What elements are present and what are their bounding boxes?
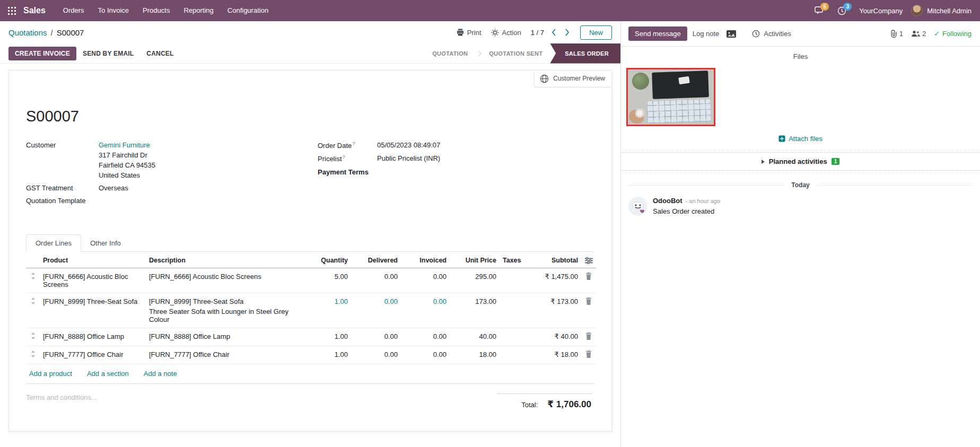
table-row[interactable]: [FURN_7777] Office Chair [FURN_7777] Off… — [26, 346, 596, 364]
line-product[interactable]: [FURN_8888] Office Lamp — [40, 328, 146, 346]
create-invoice-button[interactable]: CREATE INVOICE — [8, 47, 76, 60]
drag-handle-icon[interactable] — [31, 350, 36, 357]
line-quantity[interactable]: 1.00 — [303, 328, 351, 346]
customer-preview-button[interactable]: Customer Preview — [534, 71, 611, 87]
image-icon[interactable] — [727, 30, 736, 38]
line-description[interactable]: [FURN_7777] Office Chair — [146, 346, 303, 364]
action-menu-button[interactable]: Action — [491, 29, 521, 37]
quotation-template-input[interactable] — [99, 197, 183, 205]
table-row[interactable]: [FURN_8888] Office Lamp [FURN_8888] Offi… — [26, 328, 596, 346]
breadcrumb-quotations-link[interactable]: Quotations — [8, 28, 47, 37]
column-unit-price[interactable]: Unit Price — [450, 252, 500, 268]
drag-handle-icon[interactable] — [31, 297, 36, 304]
attachment-thumbnail[interactable] — [626, 68, 715, 126]
pager-previous-button[interactable] — [550, 28, 557, 37]
line-product[interactable]: [FURN_7777] Office Chair — [40, 346, 146, 364]
log-note-button[interactable]: Log note — [687, 27, 725, 41]
line-quantity[interactable]: 1.00 — [303, 293, 351, 328]
apps-menu-button[interactable] — [0, 0, 23, 21]
column-quantity[interactable]: Quantity — [303, 252, 351, 268]
send-message-button[interactable]: Send message — [628, 27, 687, 41]
customer-field: Customer Gemini Furniture 317 Fairchild … — [26, 141, 310, 179]
line-invoiced[interactable]: 0.00 — [401, 346, 450, 364]
add-note-link[interactable]: Add a note — [144, 370, 177, 378]
line-taxes[interactable] — [500, 293, 526, 328]
column-invoiced[interactable]: Invoiced — [401, 252, 450, 268]
activities-button[interactable]: 3 — [837, 6, 846, 15]
line-product[interactable]: [FURN_6666] Acoustic Bloc Screens — [40, 268, 146, 293]
status-step-quotation[interactable]: QUOTATION — [425, 43, 475, 64]
tab-other-info[interactable]: Other Info — [81, 234, 130, 251]
attachments-counter[interactable]: 1 — [890, 30, 903, 38]
message-author[interactable]: OdooBot — [653, 197, 682, 205]
delete-line-icon[interactable] — [585, 332, 592, 340]
delete-line-icon[interactable] — [585, 297, 592, 305]
line-description[interactable]: [FURN_8999] Three-Seat Sofa Three Seater… — [146, 293, 303, 328]
messages-button[interactable]: 5 — [815, 6, 825, 15]
line-description[interactable]: [FURN_6666] Acoustic Bloc Screens — [146, 268, 303, 293]
print-button[interactable]: Print — [457, 29, 482, 37]
pager-next-button[interactable] — [564, 28, 571, 37]
line-taxes[interactable] — [500, 328, 526, 346]
line-delivered[interactable]: 0.00 — [351, 346, 401, 364]
planned-activities-toggle[interactable]: Planned activities 1 — [621, 152, 980, 171]
user-menu[interactable]: Mitchell Admin — [927, 7, 972, 15]
company-switcher[interactable]: YourCompany — [859, 7, 903, 15]
table-row[interactable]: [FURN_6666] Acoustic Bloc Screens [FURN_… — [26, 268, 596, 293]
cancel-button[interactable]: CANCEL — [140, 47, 180, 60]
column-product[interactable]: Product — [40, 252, 146, 268]
line-quantity[interactable]: 1.00 — [303, 346, 351, 364]
column-subtotal[interactable]: Subtotal — [526, 252, 581, 268]
line-delivered[interactable]: 0.00 — [351, 268, 401, 293]
table-row[interactable]: [FURN_8999] Three-Seat Sofa [FURN_8999] … — [26, 293, 596, 328]
drag-handle-icon[interactable] — [31, 273, 36, 279]
payment-terms-input[interactable] — [377, 168, 462, 177]
record-title[interactable]: S00007 — [26, 108, 594, 125]
menu-item-orders[interactable]: Orders — [56, 0, 91, 21]
column-delivered[interactable]: Delivered — [351, 252, 401, 268]
line-unit-price[interactable]: 40.00 — [450, 328, 500, 346]
line-taxes[interactable] — [500, 268, 526, 293]
odoobot-avatar[interactable] — [628, 197, 648, 216]
user-avatar[interactable] — [911, 5, 923, 16]
line-delivered[interactable]: 0.00 — [351, 293, 401, 328]
menu-item-to-invoice[interactable]: To Invoice — [91, 0, 136, 21]
delete-line-icon[interactable] — [585, 350, 592, 358]
attach-files-button[interactable]: Attach files — [621, 135, 980, 143]
line-unit-price[interactable]: 18.00 — [450, 346, 500, 364]
send-by-email-button[interactable]: SEND BY EMAIL — [76, 47, 140, 60]
line-invoiced[interactable]: 0.00 — [401, 293, 450, 328]
line-taxes[interactable] — [500, 346, 526, 364]
column-taxes[interactable]: Taxes — [500, 252, 526, 268]
tab-order-lines[interactable]: Order Lines — [26, 234, 81, 252]
pricelist-value[interactable]: Public Pricelist (INR) — [377, 154, 440, 163]
order-date-value[interactable]: 05/05/2023 08:49:07 — [377, 141, 440, 150]
column-description[interactable]: Description — [146, 252, 303, 268]
menu-item-configuration[interactable]: Configuration — [221, 0, 275, 21]
line-quantity[interactable]: 5.00 — [303, 268, 351, 293]
customer-link[interactable]: Gemini Furniture — [99, 141, 150, 149]
add-product-link[interactable]: Add a product — [29, 370, 72, 378]
status-step-sales-order[interactable]: SALES ORDER — [550, 43, 620, 64]
status-step-quotation-sent[interactable]: QUOTATION SENT — [482, 43, 550, 64]
line-unit-price[interactable]: 173.00 — [450, 293, 500, 328]
line-description[interactable]: [FURN_8888] Office Lamp — [146, 328, 303, 346]
app-name[interactable]: Sales — [23, 6, 46, 15]
new-button[interactable]: New — [580, 25, 612, 40]
line-delivered[interactable]: 0.00 — [351, 328, 401, 346]
gst-treatment-value[interactable]: Overseas — [99, 184, 128, 192]
line-invoiced[interactable]: 0.00 — [401, 328, 450, 346]
drag-handle-icon[interactable] — [31, 332, 36, 339]
menu-item-reporting[interactable]: Reporting — [177, 0, 220, 21]
line-unit-price[interactable]: 295.00 — [450, 268, 500, 293]
delete-line-icon[interactable] — [585, 273, 592, 280]
optional-columns-icon[interactable] — [584, 257, 593, 264]
following-toggle[interactable]: ✓ Following — [934, 30, 972, 38]
followers-counter[interactable]: 2 — [911, 30, 926, 38]
line-product[interactable]: [FURN_8999] Three-Seat Sofa — [40, 293, 146, 328]
add-section-link[interactable]: Add a section — [87, 370, 129, 378]
menu-item-products[interactable]: Products — [136, 0, 177, 21]
terms-and-conditions-input[interactable]: Terms and conditions... — [26, 393, 97, 401]
line-invoiced[interactable]: 0.00 — [401, 268, 450, 293]
schedule-activity-button[interactable]: Activities — [752, 30, 791, 38]
